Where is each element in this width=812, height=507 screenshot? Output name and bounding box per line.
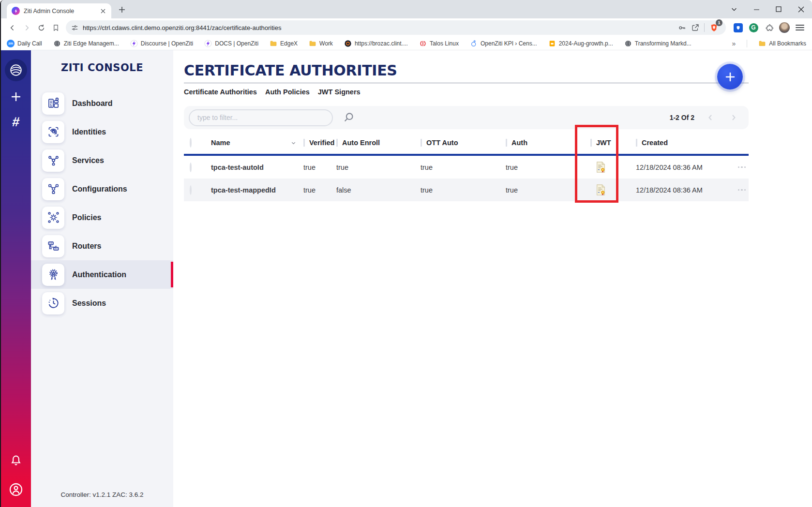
tab-jwt-signers[interactable]: JWT Signers [318,88,361,96]
forward-icon[interactable] [19,20,34,35]
close-button[interactable] [790,0,812,18]
brave-shield-icon[interactable]: 1 [707,21,721,34]
ziti-logo-icon[interactable] [5,59,27,81]
table-row[interactable]: tpca-test-autoId true true true true 12/… [184,156,749,179]
page-prev-icon[interactable] [703,110,718,125]
tab-search-icon[interactable] [723,0,745,18]
jwt-certificate-icon[interactable] [590,183,636,196]
new-tab-button[interactable] [115,3,129,16]
hash-icon[interactable]: # [6,112,26,132]
ca-created: 12/18/2024 08:36 AM [636,186,731,194]
grammarly-extension-icon[interactable]: G [746,20,761,35]
sidebar-item-authentication[interactable]: Authentication [31,260,173,289]
bookmark-openziti-kpi[interactable]: OpenZiti KPI › Cens... [470,40,537,47]
bookmark-ziti-edge[interactable]: Ziti Edge Managem... [53,40,119,47]
zoom-favicon-icon: zm [7,40,15,47]
sidebar-item-label: Authentication [72,270,126,279]
ziti-favicon-icon [12,7,20,15]
site-settings-icon[interactable] [71,24,79,32]
reload-icon[interactable] [34,20,48,35]
bookmark-brozac[interactable]: https://brozac.clint.... [344,40,408,47]
tab-certificate-authorities[interactable]: Certificate Authorities [184,88,257,96]
configurations-icon [42,178,64,200]
password-key-icon[interactable] [675,21,689,34]
sidebar-item-sessions[interactable]: Sessions [31,289,173,317]
window-controls [723,0,812,18]
kpi-favicon-icon [470,40,478,47]
maximize-button[interactable] [767,0,790,18]
add-icon[interactable] [6,87,26,106]
row-checkbox[interactable] [190,185,192,195]
bookmark-icon[interactable] [48,20,63,35]
sidebar-item-services[interactable]: Services [31,146,173,175]
bookmark-folder-work[interactable]: Work [309,40,333,47]
profile-icon[interactable] [6,480,26,499]
page-next-icon[interactable] [726,110,741,125]
select-all-checkbox[interactable] [190,138,192,148]
column-header-auth: Auth [506,139,590,147]
ca-auto-enroll: true [336,164,421,171]
share-icon[interactable] [689,21,702,34]
bookmarks-overflow-icon[interactable]: » [732,40,736,47]
bookmark-2024-aug-growth[interactable]: 2024-Aug-growth.p... [548,40,613,47]
add-certificate-authority-button[interactable] [717,64,743,89]
url-text[interactable]: https://ctrl.cdaws.clint.demo.openziti.o… [83,24,675,31]
sidebar-item-label: Dashboard [72,99,113,108]
jwt-certificate-icon[interactable] [590,161,636,174]
tab-close-icon[interactable] [99,7,107,15]
ca-ott-auto: true [421,186,506,194]
toolbar-divider [704,23,705,32]
version-footer: Controller: v1.2.1 ZAC: 3.6.2 [31,491,173,498]
sidebar-item-label: Identities [72,128,106,136]
ca-auth: true [506,164,590,171]
extensions-puzzle-icon[interactable] [762,20,776,35]
pagination: 1-2 Of 2 [670,110,741,125]
pagination-label: 1-2 Of 2 [670,114,694,121]
back-icon[interactable] [5,20,19,35]
sidebar-item-routers[interactable]: Routers [31,232,173,260]
row-actions-icon[interactable] [731,189,749,191]
search-icon[interactable] [341,110,356,125]
browser-tab[interactable]: Ziti Admin Console [7,3,111,18]
ca-created: 12/18/2024 08:36 AM [636,164,731,171]
services-network-icon [42,149,64,172]
filter-input[interactable] [189,109,333,126]
minimize-button[interactable] [745,0,767,18]
ca-name: tpca-test-mappedId [211,186,303,194]
openziti-favicon-icon [130,40,138,47]
bookmark-docs-openziti[interactable]: DOCS | OpenZiti [204,40,258,47]
sidebar: ZITI CONSOLE Dashboard [31,50,173,507]
bitwarden-extension-icon[interactable] [731,20,745,35]
address-bar[interactable]: https://ctrl.cdaws.clint.demo.openziti.o… [66,20,726,35]
tab-auth-policies[interactable]: Auth Policies [265,88,310,96]
globe-favicon-icon [624,40,632,47]
ca-verified: true [303,164,336,171]
bookmark-discourse-openziti[interactable]: Discourse | OpenZiti [130,40,194,47]
sidebar-item-dashboard[interactable]: Dashboard [31,89,173,118]
slides-favicon-icon [548,40,556,47]
bookmark-daily-call[interactable]: zm Daily Call [7,40,42,47]
filter-bar: 1-2 Of 2 [184,106,749,129]
openziti-favicon-icon [204,40,212,47]
notifications-bell-icon[interactable] [6,451,26,470]
sidebar-item-policies[interactable]: Policies [31,203,173,232]
column-header-jwt: JWT [590,139,636,147]
sidebar-item-label: Configurations [72,185,127,194]
ca-verified: true [303,186,336,194]
bookmark-transforming-markdown[interactable]: Transforming Markd... [624,40,692,47]
column-header-name[interactable]: Name [211,139,303,147]
fingerprint-icon [42,121,64,143]
sidebar-item-identities[interactable]: Identities [31,118,173,146]
sidebar-item-configurations[interactable]: Configurations [31,175,173,203]
globe-favicon-icon [53,40,61,47]
menu-icon[interactable] [793,20,807,35]
all-bookmarks-button[interactable]: All Bookmarks [758,40,806,47]
profile-avatar[interactable] [777,20,792,35]
routers-icon [42,235,64,257]
column-header-created: Created [636,139,731,147]
table-row[interactable]: tpca-test-mappedId true false true true … [184,179,749,201]
bookmark-folder-edgex[interactable]: EdgeX [270,40,298,47]
row-checkbox[interactable] [190,163,192,172]
row-actions-icon[interactable] [731,166,749,168]
bookmark-talos-linux[interactable]: Talos Linux [419,40,459,47]
